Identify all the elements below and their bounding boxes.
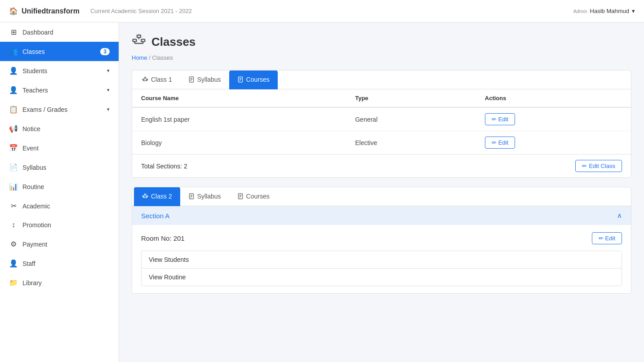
sidebar-label-routine: Routine xyxy=(22,183,44,190)
main-content: Classes Home / Classes xyxy=(119,22,644,362)
edit-label: Edit xyxy=(498,116,508,123)
sidebar-item-payment[interactable]: ⚙ Payment xyxy=(0,234,119,254)
course-name-cell: Biology xyxy=(132,131,346,155)
table-row: English 1st paper General ✏ Edit xyxy=(132,107,631,131)
sidebar-item-library[interactable]: 📁 Library xyxy=(0,273,119,292)
routine-icon: 📊 xyxy=(9,182,18,191)
room-label: Room No: 201 xyxy=(141,234,185,242)
view-students-link[interactable]: View Students xyxy=(142,251,622,269)
sidebar-label-classes: Classes xyxy=(22,48,45,55)
students-icon: 👤 xyxy=(9,66,18,75)
academic-icon: ✂ xyxy=(9,202,18,210)
sidebar-label-event: Event xyxy=(22,145,39,152)
tab-syllabus1-label: Syllabus xyxy=(197,76,221,83)
brand[interactable]: 🏠 Unifiedtransform xyxy=(9,7,80,15)
courses1-table: Course Name Type Actions English 1st pap… xyxy=(132,89,631,154)
layout: ⊞ Dashboard 👥 Classes 3 👤 Students ▾ 👤 T… xyxy=(0,22,644,362)
svg-rect-22 xyxy=(144,194,146,195)
user-menu[interactable]: Admin Hasib Mahmud ▾ xyxy=(573,8,635,14)
sidebar-item-notice[interactable]: 📢 Notice xyxy=(0,119,119,138)
sidebar-label-payment: Payment xyxy=(22,241,47,248)
teachers-chevron: ▾ xyxy=(107,87,110,93)
sidebar-item-dashboard[interactable]: ⊞ Dashboard xyxy=(0,22,119,42)
course-type-cell: General xyxy=(346,107,476,131)
room-row: Room No: 201 ✏ Edit xyxy=(141,232,622,244)
col-type: Type xyxy=(346,89,476,107)
course-name-cell: English 1st paper xyxy=(132,107,346,131)
sidebar-item-academic[interactable]: ✂ Academic xyxy=(0,196,119,216)
tab-courses1[interactable]: Courses xyxy=(229,71,278,89)
course-type-cell: Elective xyxy=(346,131,476,155)
section-a-header[interactable]: Section A ∧ xyxy=(132,206,631,225)
sidebar-item-teachers[interactable]: 👤 Teachers ▾ xyxy=(0,80,119,100)
view-routine-link[interactable]: View Routine xyxy=(142,269,622,286)
sidebar-label-academic: Academic xyxy=(22,203,50,210)
dashboard-icon: ⊞ xyxy=(9,28,18,36)
user-name: Hasib Mahmud xyxy=(590,8,629,14)
course-action-cell: ✏ Edit xyxy=(476,131,631,155)
home-icon: 🏠 xyxy=(9,7,18,15)
tab-class2-label: Class 2 xyxy=(151,193,172,200)
edit-course-0-button[interactable]: ✏ Edit xyxy=(485,113,515,125)
class1-card: Class 1 Syllabus xyxy=(132,70,631,178)
sidebar-item-staff[interactable]: 👤 Staff xyxy=(0,254,119,273)
library-icon: 📁 xyxy=(9,278,18,287)
sidebar-label-exams: Exams / Grades xyxy=(22,106,67,113)
tab-syllabus2[interactable]: Syllabus xyxy=(180,187,229,206)
course-action-cell: ✏ Edit xyxy=(476,107,631,131)
edit-class-label: Edit Class xyxy=(589,163,615,169)
user-dropdown-icon: ▾ xyxy=(632,8,635,14)
sidebar-label-syllabus: Syllabus xyxy=(22,164,46,171)
edit-class-icon: ✏ xyxy=(582,163,587,169)
classes-badge: 3 xyxy=(100,48,110,55)
session-label: Current Academic Session 2021 - 2022 xyxy=(90,8,192,14)
sidebar-item-promotion[interactable]: ↕ Promotion xyxy=(0,216,119,234)
breadcrumb-home[interactable]: Home xyxy=(132,54,147,61)
sidebar-item-routine[interactable]: 📊 Routine xyxy=(0,177,119,196)
exams-chevron: ▾ xyxy=(107,106,110,112)
svg-rect-0 xyxy=(137,35,141,37)
promotion-icon: ↕ xyxy=(9,221,18,229)
class2-tabs: Class 2 Syllabus xyxy=(132,187,631,206)
sidebar-label-library: Library xyxy=(22,279,42,287)
courses1-table-area: Course Name Type Actions English 1st pap… xyxy=(132,89,631,154)
sidebar-label-promotion: Promotion xyxy=(22,221,51,229)
breadcrumb-current: Classes xyxy=(152,54,173,61)
classes-icon: 👥 xyxy=(9,47,18,56)
col-actions: Actions xyxy=(476,89,631,107)
sidebar-item-syllabus[interactable]: 📄 Syllabus xyxy=(0,158,119,177)
teachers-icon: 👤 xyxy=(9,86,18,94)
tab-courses2[interactable]: Courses xyxy=(229,187,278,206)
edit-class-button[interactable]: ✏ Edit Class xyxy=(575,160,622,172)
event-icon: 📅 xyxy=(9,144,18,152)
sidebar-item-students[interactable]: 👤 Students ▾ xyxy=(0,61,119,80)
edit-section-button[interactable]: ✏ Edit xyxy=(592,232,622,244)
tab-class1[interactable]: Class 1 xyxy=(134,71,180,89)
sidebar-item-exams-grades[interactable]: 📋 Exams / Grades ▾ xyxy=(0,100,119,119)
sidebar: ⊞ Dashboard 👥 Classes 3 👤 Students ▾ 👤 T… xyxy=(0,22,119,362)
syllabus-icon: 📄 xyxy=(9,163,18,172)
tab-class2[interactable]: Class 2 xyxy=(134,187,180,206)
svg-rect-1 xyxy=(133,39,137,41)
col-course-name: Course Name xyxy=(132,89,346,107)
brand-name: Unifiedtransform xyxy=(22,7,80,15)
sidebar-label-dashboard: Dashboard xyxy=(22,29,53,36)
total-sections-label: Total Sections: 2 xyxy=(141,163,187,170)
page-header-icon xyxy=(132,33,146,51)
sidebar-item-classes[interactable]: 👥 Classes 3 xyxy=(0,42,119,61)
payment-icon: ⚙ xyxy=(9,240,18,248)
tab-syllabus1[interactable]: Syllabus xyxy=(180,71,229,89)
class1-card-footer: Total Sections: 2 ✏ Edit Class xyxy=(132,154,631,177)
svg-rect-7 xyxy=(144,77,146,78)
sidebar-label-teachers: Teachers xyxy=(22,87,48,94)
section-chevron-icon: ∧ xyxy=(617,212,622,220)
sidebar-item-event[interactable]: 📅 Event xyxy=(0,138,119,158)
edit-icon: ✏ xyxy=(492,139,497,146)
edit-course-1-button[interactable]: ✏ Edit xyxy=(485,137,515,149)
svg-rect-23 xyxy=(142,196,144,197)
svg-rect-8 xyxy=(142,79,144,80)
tab-courses2-label: Courses xyxy=(246,193,270,200)
notice-icon: 📢 xyxy=(9,124,18,133)
table-row: Biology Elective ✏ Edit xyxy=(132,131,631,155)
class2-card: Class 2 Syllabus xyxy=(132,187,631,294)
